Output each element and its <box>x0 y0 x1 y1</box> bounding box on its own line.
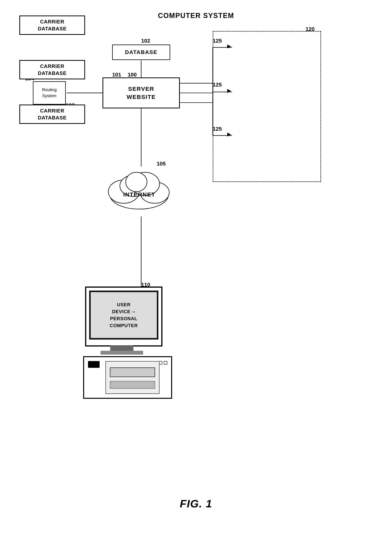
diagram-title: COMPUTER SYSTEM <box>158 12 234 20</box>
ref-100: 100 <box>128 72 137 78</box>
ref-120: 120 <box>306 26 315 32</box>
diagram-container: COMPUTER SYSTEM DATABASE 102 <box>0 0 392 537</box>
monitor-base <box>110 346 133 351</box>
carrier-group <box>213 31 321 182</box>
tower-floppy <box>110 381 155 389</box>
ref-110: 110 <box>141 282 150 288</box>
tower-buttons <box>159 361 167 365</box>
ref-125-3: 125 <box>213 126 222 132</box>
carrier-box-1: CARRIER DATABASE <box>19 15 85 35</box>
monitor-screen: USER DEVICE -- PERSONAL COMPUTER <box>89 290 158 340</box>
ref-105: 105 <box>157 161 166 167</box>
server-box: SERVER WEBSITE <box>103 77 180 108</box>
internet-cloud: INTERNET <box>103 165 176 215</box>
fig-caption: FIG. 1 <box>180 497 212 510</box>
connections-svg <box>0 0 392 537</box>
user-device-pc: USER DEVICE -- PERSONAL COMPUTER <box>77 286 174 403</box>
tower <box>83 356 172 399</box>
svg-point-19 <box>126 172 147 192</box>
tower-btn-2 <box>164 361 167 365</box>
carrier-box-3: CARRIER DATABASE <box>19 105 85 124</box>
ref-125-2: 125 <box>213 82 222 88</box>
ref-101: 101 <box>112 72 121 78</box>
user-device-label: USER DEVICE -- PERSONAL COMPUTER <box>110 301 138 329</box>
tower-drive-area <box>105 361 159 394</box>
database-box: DATABASE <box>112 44 170 60</box>
monitor: USER DEVICE -- PERSONAL COMPUTER <box>85 286 163 347</box>
monitor-stand <box>101 351 143 355</box>
routing-box: Routing System <box>33 81 66 105</box>
ref-125-1: 125 <box>213 38 222 44</box>
tower-power-button <box>88 361 100 368</box>
carrier-box-2: CARRIER DATABASE <box>19 60 85 79</box>
tower-drive-bay <box>110 367 155 377</box>
ref-102: 102 <box>141 38 150 44</box>
svg-text:INTERNET: INTERNET <box>123 191 155 198</box>
